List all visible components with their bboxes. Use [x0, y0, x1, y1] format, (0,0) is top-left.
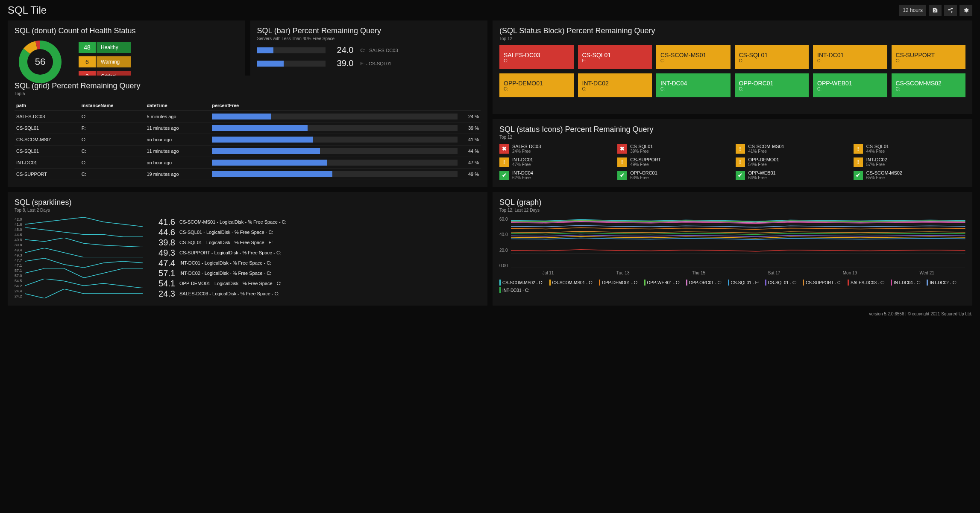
block-sub: C:: [504, 58, 569, 63]
table-row[interactable]: SALES-DC03C:5 minutes ago24 %: [15, 111, 481, 122]
sparkline-row[interactable]: 42.041.6: [15, 217, 143, 227]
graph-legend-item[interactable]: OPP-DEMO01 - C:: [599, 280, 638, 286]
sparkline-label: CS-SQL01 - LogicalDisk - % Free Space - …: [179, 240, 273, 245]
table-row[interactable]: CS-SCOM-MS01C:an hour ago41 %: [15, 134, 481, 146]
status-icon-item[interactable]: !CS-SQL0144% Free: [854, 144, 965, 154]
status-icon-item[interactable]: !INT-DC0147% Free: [499, 157, 611, 167]
status-block[interactable]: CS-SQL01F:: [578, 45, 652, 69]
sparkline-row[interactable]: 45.044.6: [15, 227, 143, 237]
cell-time: an hour ago: [145, 157, 210, 169]
pf-track: [212, 171, 458, 177]
graph-legend-item[interactable]: OPP-ORC01 - C:: [686, 280, 722, 286]
legend-swatch: [927, 280, 928, 286]
sparkline-row[interactable]: 47.747.1: [15, 258, 143, 268]
graph-legend-item[interactable]: CS-SUPPORT - C:: [803, 280, 842, 286]
status-block[interactable]: OPP-WEB01C:: [813, 73, 887, 97]
status-icon-item[interactable]: !OPP-DEMO0154% Free: [736, 157, 848, 167]
status-icon-item[interactable]: ✔INT-DC0462% Free: [499, 170, 611, 180]
sparkline-value: 41.6: [151, 217, 175, 227]
sparkline-label: INT-DC02 - LogicalDisk - % Free Space - …: [179, 271, 271, 276]
status-icon-item[interactable]: ✔OPP-ORC0163% Free: [617, 170, 729, 180]
status-icon: ✔: [499, 171, 509, 180]
status-icon-item[interactable]: ✔OPP-WEB0164% Free: [736, 170, 848, 180]
sparkline-row[interactable]: 54.554.2: [15, 278, 143, 289]
status-name: CS-SQL01: [866, 144, 889, 149]
table-row[interactable]: CS-SQL01F:11 minutes ago39 %: [15, 122, 481, 134]
export-excel-button[interactable]: [929, 5, 942, 16]
status-block[interactable]: CS-SQL01C:: [735, 45, 809, 69]
spark-axis: 54.554.2: [15, 279, 22, 288]
legend-swatch: [499, 280, 501, 286]
settings-button[interactable]: [959, 5, 972, 16]
column-header[interactable]: percentFree: [210, 100, 481, 111]
status-block[interactable]: SALES-DC03C:: [499, 45, 574, 69]
column-header[interactable]: instanceName: [80, 100, 145, 111]
status-icon-item[interactable]: !INT-DC0257% Free: [854, 157, 965, 167]
graph-panel: SQL (graph) Top 12, Last 12 Days 60.040.…: [493, 192, 972, 306]
legend-row[interactable]: 48Healthy: [79, 42, 131, 53]
graph-legend-item[interactable]: INT-DC04 - C:: [891, 280, 921, 286]
legend-swatch: [549, 280, 551, 286]
legend-text: INT-DC04 - C:: [894, 280, 921, 285]
status-block[interactable]: CS-SCOM-MS01C:: [656, 45, 731, 69]
sparkline-row[interactable]: 49.449.3: [15, 248, 143, 258]
table-row[interactable]: INT-DC01C:an hour ago47 %: [15, 157, 481, 169]
status-name: INT-DC04: [512, 170, 533, 175]
graph-legend-item[interactable]: CS-SCOM-MS01 - C:: [549, 280, 593, 286]
graph-legend-item[interactable]: CS-SCOM-MS02 - C:: [499, 280, 543, 286]
bar-item[interactable]: 24.0C: - SALES-DC03: [257, 45, 481, 55]
column-header[interactable]: dateTime: [145, 100, 210, 111]
block-sub: F:: [582, 58, 648, 63]
legend-swatch: [686, 280, 687, 286]
status-block[interactable]: CS-SUPPORTC:: [892, 45, 966, 69]
pf-value: 47 %: [462, 160, 479, 165]
footer: version 5.2.0.6556 | © copyright 2021 Sq…: [8, 312, 972, 316]
graph-legend-item[interactable]: OPP-WEB01 - C:: [644, 280, 680, 286]
status-block[interactable]: INT-DC04C:: [656, 73, 731, 97]
sparkline-label: CS-SQL01 - LogicalDisk - % Free Space - …: [179, 230, 273, 235]
status-block[interactable]: OPP-ORC01C:: [735, 73, 809, 97]
block-sub: C:: [582, 87, 648, 91]
sparkline-row[interactable]: 40.839.8: [15, 237, 143, 248]
sparkline-value: 24.3: [151, 289, 175, 299]
x-tick: Wed 21: [919, 271, 934, 275]
status-icon-item[interactable]: ✔CS-SCOM-MS0265% Free: [854, 170, 965, 180]
status-icon-item[interactable]: ✖SALES-DC0324% Free: [499, 144, 611, 154]
status-block[interactable]: INT-DC01C:: [813, 45, 887, 69]
cell-path: CS-SUPPORT: [15, 169, 80, 180]
legend-row[interactable]: 6Warning: [79, 56, 131, 67]
status-icon: !: [736, 144, 745, 154]
graph-legend-item[interactable]: INT-DC02 - C:: [927, 280, 957, 286]
status-icons-panel: SQL (status Icons) Percent Remaining Que…: [493, 119, 972, 187]
graph-legend-item[interactable]: CS-SQL01 - C:: [765, 280, 797, 286]
status-block[interactable]: OPP-DEMO01C:: [499, 73, 574, 97]
sparkline-label: CS-SUPPORT - LogicalDisk - % Free Space …: [179, 250, 281, 255]
sparkline-label: CS-SCOM-MS01 - LogicalDisk - % Free Spac…: [179, 219, 287, 224]
status-icon-item[interactable]: !CS-SCOM-MS0141% Free: [736, 144, 848, 154]
status-icons-subtitle: Top 12: [499, 135, 965, 140]
status-icon-item[interactable]: !CS-SUPPORT49% Free: [617, 157, 729, 167]
time-range-button[interactable]: 12 hours: [899, 5, 926, 16]
sparkline-row[interactable]: 24.424.2: [15, 289, 143, 299]
legend-text: OPP-DEMO01 - C:: [602, 280, 638, 285]
graph-legend-item[interactable]: SALES-DC03 - C:: [848, 280, 885, 286]
bar-item[interactable]: 39.0F: - CS-SQL01: [257, 58, 481, 68]
status-sub: 65% Free: [866, 175, 902, 180]
status-icon-item[interactable]: ✖CS-SQL0139% Free: [617, 144, 729, 154]
status-block[interactable]: CS-SCOM-MS02C:: [892, 73, 966, 97]
table-row[interactable]: CS-SQL01C:11 minutes ago44 %: [15, 146, 481, 157]
status-block[interactable]: INT-DC02C:: [578, 73, 652, 97]
pf-track: [212, 137, 458, 143]
column-header[interactable]: path: [15, 100, 80, 111]
block-name: CS-SCOM-MS02: [896, 80, 962, 87]
cell-instance: C:: [80, 111, 145, 122]
graph-legend-item[interactable]: CS-SQL01 - F:: [728, 280, 759, 286]
graph-legend-item[interactable]: INT-DC01 - C:: [499, 287, 529, 293]
sparkline-row[interactable]: 57.157.0: [15, 268, 143, 278]
legend-text: OPP-WEB01 - C:: [647, 280, 680, 285]
donut-chart: 56: [15, 36, 66, 87]
share-button[interactable]: [944, 5, 957, 16]
sparkline-value: 57.1: [151, 268, 175, 278]
block-sub: C:: [660, 87, 726, 91]
table-row[interactable]: CS-SUPPORTC:19 minutes ago49 %: [15, 169, 481, 180]
